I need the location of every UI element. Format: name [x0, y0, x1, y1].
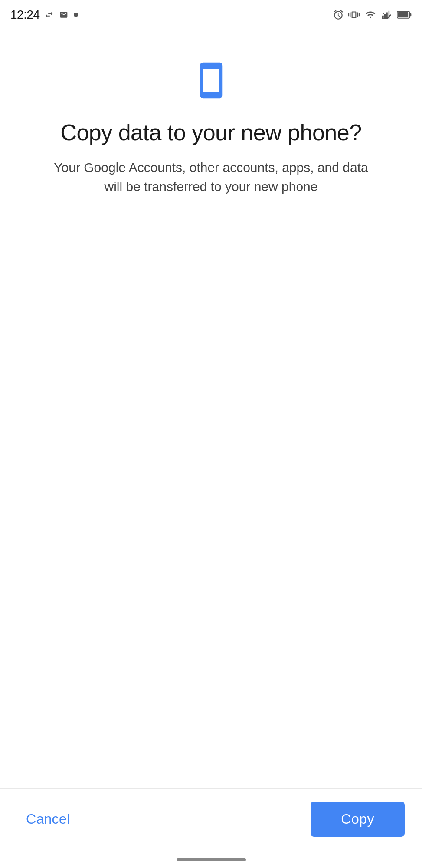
svg-rect-1: [384, 14, 386, 19]
vibrate-icon: [348, 9, 360, 20]
status-bar-left: 12:24: [10, 8, 78, 22]
cancel-button[interactable]: Cancel: [17, 802, 79, 836]
signal-icon: [381, 10, 393, 20]
copy-button[interactable]: Copy: [311, 802, 405, 837]
main-content: Copy data to your new phone? Your Google…: [0, 26, 422, 788]
svg-rect-6: [410, 13, 411, 17]
home-indicator: [0, 858, 422, 868]
notification-dot: [74, 13, 78, 17]
wifi-icon: [364, 10, 377, 20]
status-time: 12:24: [10, 8, 40, 22]
alarm-icon: [333, 9, 344, 20]
status-bar-right: [333, 9, 412, 20]
bottom-bar: Cancel Copy: [0, 788, 422, 858]
page-subtitle: Your Google Accounts, other accounts, ap…: [51, 158, 372, 196]
phone-icon: [192, 61, 231, 100]
home-bar: [177, 858, 246, 861]
svg-rect-5: [398, 12, 409, 17]
mail-icon: [58, 10, 69, 19]
status-bar: 12:24: [0, 0, 422, 26]
phone-icon-container: [192, 61, 231, 102]
transfer-icon: [44, 10, 54, 20]
battery-icon: [397, 11, 412, 19]
page-title: Copy data to your new phone?: [60, 119, 361, 146]
svg-rect-3: [388, 11, 390, 19]
svg-rect-0: [382, 16, 384, 19]
svg-rect-2: [386, 13, 388, 19]
